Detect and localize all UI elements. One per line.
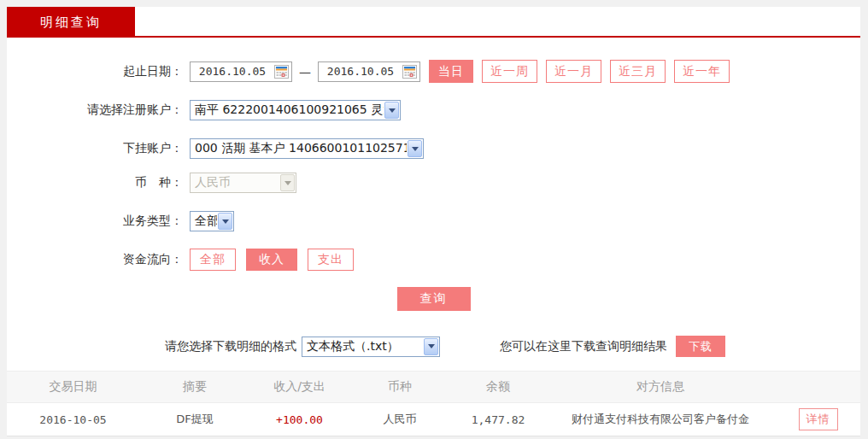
header-trade-date: 交易日期 <box>7 379 139 395</box>
cell-trade-date: 2016-10-05 <box>7 413 139 426</box>
currency-select: 人民币 <box>190 173 296 193</box>
biz-type-label: 业务类型： <box>7 214 183 229</box>
flow-expense-button[interactable]: 支出 <box>308 249 354 271</box>
currency-label: 币 种： <box>7 175 183 190</box>
quick-range-year-button[interactable]: 近一年 <box>674 60 730 83</box>
cell-currency: 人民币 <box>349 412 451 427</box>
main-panel: 明细查询 起止日期： 2016.10.05 — <box>7 7 860 436</box>
quick-range-month-button[interactable]: 近一月 <box>546 60 601 83</box>
date-separator: — <box>299 65 311 79</box>
download-format-label: 请您选择下载明细的格式 <box>165 339 296 354</box>
date-range-row: 起止日期： 2016.10.05 — 2016.10.05 <box>7 60 860 83</box>
quick-range-week-button[interactable]: 近一周 <box>482 60 537 83</box>
date-to-value: 2016.10.05 <box>319 65 402 78</box>
results-table: 交易日期 摘要 收入/支出 币种 余额 对方信息 2016-10-05 DF提现… <box>7 371 860 436</box>
header-income-expense: 收入/支出 <box>250 379 349 395</box>
fund-flow-row: 资金流向： 全部 收入 支出 <box>7 249 860 271</box>
header-counterparty: 对方信息 <box>545 379 776 395</box>
register-account-select[interactable]: 南平 6222001406100921065 灵通卡 <box>190 100 401 120</box>
sub-account-select[interactable]: 000 活期 基本户 1406600101102571848 <box>190 138 424 159</box>
date-from-value: 2016.10.05 <box>191 65 274 78</box>
header-balance: 余额 <box>451 379 545 395</box>
table-header-row: 交易日期 摘要 收入/支出 币种 余额 对方信息 <box>7 371 860 403</box>
sub-account-row: 下挂账户： 000 活期 基本户 1406600101102571848 <box>7 138 860 159</box>
currency-value: 人民币 <box>191 175 279 190</box>
date-from-input[interactable]: 2016.10.05 <box>190 61 292 82</box>
sub-account-value: 000 活期 基本户 1406600101102571848 <box>191 141 407 156</box>
calendar-icon[interactable] <box>274 65 289 79</box>
query-button[interactable]: 查询 <box>397 287 471 311</box>
biz-type-value: 全部 <box>191 214 217 229</box>
flow-all-button[interactable]: 全部 <box>190 249 236 271</box>
download-hint: 您可以在这里下载查询明细结果 <box>500 339 667 354</box>
chevron-down-icon[interactable] <box>384 102 399 119</box>
cell-balance: 1,477.82 <box>451 413 545 426</box>
date-to-input[interactable]: 2016.10.05 <box>318 61 420 82</box>
date-range-label: 起止日期： <box>7 64 183 79</box>
biz-type-select[interactable]: 全部 <box>190 211 234 231</box>
download-format-value: 文本格式（.txt） <box>302 339 423 354</box>
header-summary: 摘要 <box>139 379 250 395</box>
cell-amount: +100.00 <box>250 413 349 426</box>
flow-income-button[interactable]: 收入 <box>246 249 297 271</box>
chevron-down-icon <box>280 174 295 191</box>
biz-type-row: 业务类型： 全部 <box>7 211 860 231</box>
tab-detail-query[interactable]: 明细查询 <box>7 7 135 38</box>
calendar-icon[interactable] <box>402 65 417 79</box>
cell-actions: 详情 <box>776 408 860 430</box>
query-button-wrap: 查询 <box>7 287 860 311</box>
chevron-down-icon[interactable] <box>218 213 232 230</box>
tab-bar: 明细查询 <box>7 7 860 38</box>
chevron-down-icon[interactable] <box>424 338 438 355</box>
download-button[interactable]: 下载 <box>676 336 725 357</box>
header-currency: 币种 <box>349 379 451 395</box>
query-form: 起止日期： 2016.10.05 — 2016.10.05 <box>7 38 860 436</box>
quick-range-today-button[interactable]: 当日 <box>429 60 473 83</box>
cell-counterparty: 财付通支付科技有限公司客户备付金 <box>545 412 776 427</box>
download-row: 请您选择下载明细的格式 文本格式（.txt） 您可以在这里下载查询明细结果 下载 <box>165 336 860 357</box>
download-format-select[interactable]: 文本格式（.txt） <box>302 337 440 357</box>
currency-row: 币 种： 人民币 <box>7 173 860 193</box>
register-account-row: 请选择注册账户： 南平 6222001406100921065 灵通卡 <box>7 100 860 120</box>
register-account-label: 请选择注册账户： <box>7 102 183 118</box>
table-row: 2016-10-05 DF提现 +100.00 人民币 1,477.82 财付通… <box>7 403 860 436</box>
cell-summary: DF提现 <box>139 412 250 427</box>
register-account-value: 南平 6222001406100921065 灵通卡 <box>191 102 384 118</box>
quick-range-3months-button[interactable]: 近三月 <box>610 60 666 83</box>
sub-account-label: 下挂账户： <box>7 141 183 156</box>
fund-flow-label: 资金流向： <box>7 252 183 267</box>
chevron-down-icon[interactable] <box>408 140 422 157</box>
detail-button[interactable]: 详情 <box>799 408 838 430</box>
